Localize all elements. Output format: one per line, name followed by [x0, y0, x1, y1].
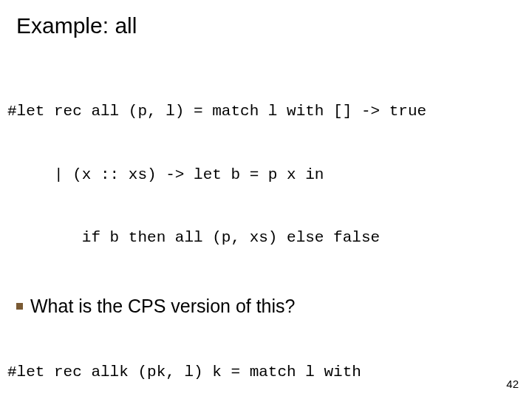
- slide-title: Example: all: [7, 13, 525, 38]
- bullet-icon: [16, 303, 23, 310]
- code-line: if b then all (p, xs) else false: [7, 228, 525, 249]
- code-block-allk: #let rec allk (pk, l) k = match l with […: [7, 320, 525, 399]
- code-line: | (x :: xs) -> let b = p x in: [7, 165, 525, 186]
- page-number: 42: [506, 378, 519, 390]
- slide: Example: all #let rec all (p, l) = match…: [0, 0, 532, 399]
- code-line: #let rec all (p, l) = match l with [] ->…: [7, 101, 525, 123]
- question-row: What is the CPS version of this?: [7, 296, 525, 317]
- code-line: #let rec allk (pk, l) k = match l with: [7, 362, 525, 383]
- code-block-all: #let rec all (p, l) = match l with [] ->…: [7, 59, 525, 291]
- question-text: What is the CPS version of this?: [30, 296, 295, 317]
